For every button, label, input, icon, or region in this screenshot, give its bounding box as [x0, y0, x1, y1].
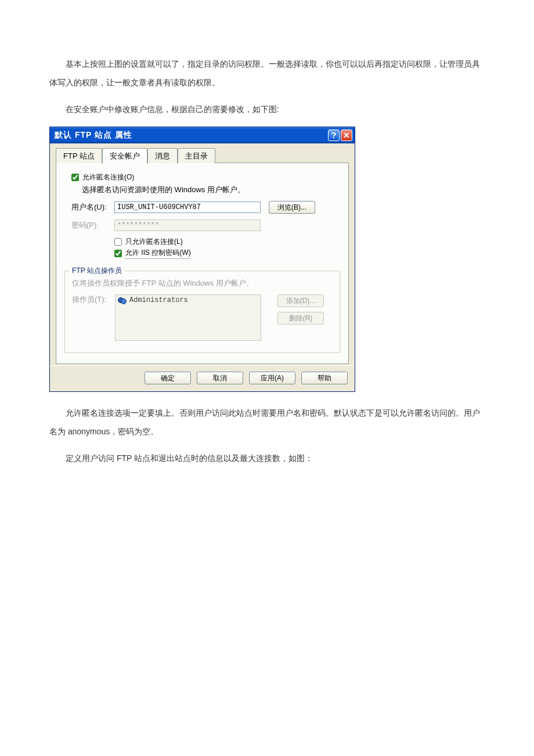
operators-label: 操作员(T):	[72, 294, 115, 305]
username-input[interactable]	[114, 201, 261, 213]
tab-ftp-site[interactable]: FTP 站点	[56, 148, 102, 163]
para4-ftp: FTP	[117, 453, 132, 463]
ftp-properties-dialog: 默认 FTP 站点 属性 ? ✕ FTP 站点 安全帐户 消息 主目录 允许匿名…	[49, 127, 355, 392]
ok-button[interactable]: 确定	[145, 372, 191, 384]
allow-anonymous-label: 允许匿名连接(O)	[82, 172, 134, 182]
iis-control-password-checkbox[interactable]	[114, 250, 122, 257]
tab-messages[interactable]: 消息	[147, 148, 178, 163]
paragraph-1: 基本上按照上图的设置就可以了，指定目录的访问权限。一般选择读取，你也可以以后再指…	[49, 55, 485, 92]
anonymous-group: 允许匿名连接(O) 选择匿名访问资源时使用的 Windows 用户帐户。 用户名…	[64, 172, 340, 266]
para3-part-c: ，密码为空。	[110, 427, 158, 436]
password-input	[114, 219, 261, 231]
help-button[interactable]: 帮助	[301, 372, 348, 384]
paragraph-4: 定义用户访问 FTP 站点和退出站点时的信息以及最大连接数，如图：	[49, 449, 485, 467]
operators-item-label: Administrators	[129, 296, 188, 304]
users-group-icon	[118, 296, 127, 304]
username-label: 用户名(U):	[71, 202, 114, 213]
operators-group-title: FTP 站点操作员	[70, 266, 124, 276]
dialog-title: 默认 FTP 站点 属性	[55, 130, 327, 141]
remove-operator-button: 删除(R)	[277, 312, 324, 325]
dialog-titlebar[interactable]: 默认 FTP 站点 属性 ? ✕	[50, 127, 355, 143]
tab-home-directory[interactable]: 主目录	[178, 148, 215, 163]
list-item[interactable]: Administrators	[118, 296, 258, 304]
para4-part-a: 定义用户访问	[66, 453, 117, 463]
dialog-footer: 确定 取消 应用(A) 帮助	[50, 365, 355, 391]
operators-group: FTP 站点操作员 仅将操作员权限授予 FTP 站点的 Windows 用户帐户…	[64, 271, 340, 353]
browse-button[interactable]: 浏览(B)...	[269, 201, 315, 214]
only-anonymous-checkbox[interactable]	[114, 238, 122, 246]
close-icon[interactable]: ✕	[341, 129, 352, 141]
cancel-button[interactable]: 取消	[197, 372, 243, 384]
tab-panel-security: 允许匿名连接(O) 选择匿名访问资源时使用的 Windows 用户帐户。 用户名…	[56, 163, 349, 364]
tab-security-account[interactable]: 安全帐户	[102, 148, 147, 164]
add-operator-button: 添加(D)...	[277, 294, 324, 307]
para3-anonymous: anonymous	[68, 427, 110, 436]
operators-listbox[interactable]: Administrators	[115, 294, 261, 341]
help-icon[interactable]: ?	[328, 129, 340, 141]
tab-strip: FTP 站点 安全帐户 消息 主目录	[56, 148, 349, 163]
iis-control-password-label: 允许 IIS 控制密码(W)	[125, 248, 191, 259]
para4-part-c: 站点和退出站点时的信息以及最大连接数，如图：	[132, 453, 313, 463]
only-anonymous-label: 只允许匿名连接(L)	[125, 237, 183, 247]
operators-hint: 仅将操作员权限授予 FTP 站点的 Windows 用户帐户。	[72, 278, 333, 289]
password-label: 密码(P):	[71, 220, 114, 231]
anonymous-hint: 选择匿名访问资源时使用的 Windows 用户帐户。	[82, 185, 333, 195]
allow-anonymous-checkbox[interactable]	[71, 174, 79, 181]
paragraph-3: 允许匿名连接选项一定要填上。否则用户访问此站点时需要用户名和密码。默认状态下是可…	[49, 404, 485, 441]
paragraph-2: 在安全账户中修改账户信息，根据自己的需要修改，如下图:	[49, 100, 485, 118]
apply-button[interactable]: 应用(A)	[249, 372, 295, 384]
